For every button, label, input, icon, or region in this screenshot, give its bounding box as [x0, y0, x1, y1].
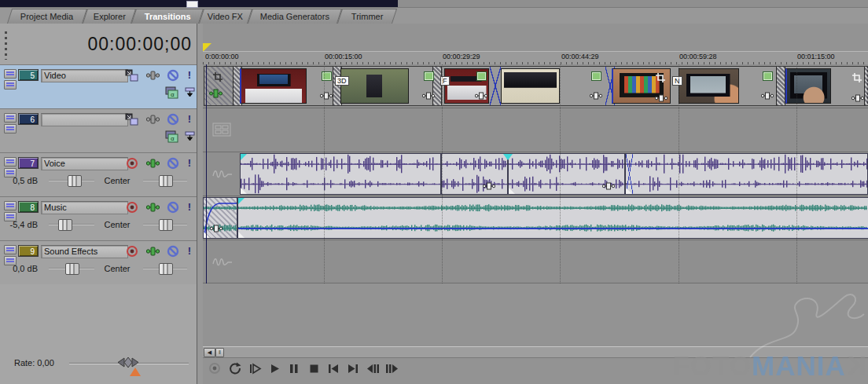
fade-handle[interactable] [238, 198, 245, 204]
track-fx-icon[interactable] [146, 69, 160, 82]
event-fx-icon[interactable] [590, 92, 602, 100]
track-fx-icon[interactable] [146, 113, 160, 126]
minimize-track-button[interactable] [4, 157, 17, 166]
solo-icon[interactable]: ! [186, 69, 193, 82]
pan-crop-icon[interactable] [322, 71, 332, 81]
solo-icon[interactable]: ! [186, 157, 193, 170]
pan-crop-icon[interactable] [476, 71, 487, 81]
event-fx-icon[interactable] [602, 179, 615, 193]
track-name-field[interactable]: Sound Effects [41, 245, 128, 258]
track-header-video-6[interactable]: 6 ! α [0, 108, 197, 152]
event-fx-icon[interactable] [422, 92, 435, 100]
mute-icon[interactable] [167, 201, 181, 214]
volume-slider[interactable] [49, 268, 94, 269]
tab-media-generators[interactable]: Media Generators [248, 9, 342, 24]
fade-handle[interactable] [241, 154, 247, 160]
crop-icon[interactable] [655, 72, 666, 82]
audio-event-voice-2[interactable] [441, 153, 508, 195]
video-event-thumbnail-hand-on-tablet[interactable] [785, 68, 831, 104]
fade-handle[interactable] [503, 154, 513, 160]
crop-icon[interactable] [212, 71, 223, 86]
video-event-thumbnail-tablet-on-box[interactable] [240, 68, 307, 104]
solo-icon[interactable]: ! [186, 113, 193, 126]
tab-video-fx[interactable]: Video FX [199, 9, 252, 24]
volume-slider-handle[interactable] [68, 175, 82, 187]
record-arm-icon[interactable] [126, 201, 140, 214]
pan-crop-icon[interactable] [591, 71, 601, 81]
mute-icon[interactable] [167, 69, 181, 82]
track-header-audio-9[interactable]: 9 Sound Effects ! 0,0 dB Center [0, 240, 197, 284]
solo-icon[interactable]: ! [186, 245, 193, 258]
event-edge-hatch[interactable] [864, 67, 868, 105]
timeline-row-video-5[interactable]: 3D F [203, 64, 868, 108]
track-header-audio-7[interactable]: 7 Voice ! 0,5 dB Center [0, 152, 197, 196]
crop-icon[interactable] [851, 72, 862, 82]
play-button[interactable] [267, 361, 281, 375]
pan-slider-handle[interactable] [159, 263, 173, 275]
timeline-row-audio-voice[interactable] [203, 152, 868, 196]
timeline-row-video-6[interactable] [203, 108, 868, 152]
record-button[interactable] [208, 361, 222, 375]
track-motion-icon[interactable] [125, 69, 139, 82]
track-motion-icon[interactable] [125, 113, 139, 126]
track-header-audio-8[interactable]: 8 Music ! -5,4 dB Center [0, 196, 197, 240]
tab-trimmer[interactable]: Trimmer [337, 9, 397, 24]
edit-cursor-line[interactable] [206, 64, 207, 283]
track-header-video-5[interactable]: 5 Video ! α [0, 64, 197, 108]
stop-button[interactable] [307, 361, 321, 375]
minimize-track-button[interactable] [4, 201, 17, 210]
crossfade-marker[interactable] [490, 67, 501, 105]
tab-project-media[interactable]: Project Media [7, 9, 87, 24]
event-edge-hatch[interactable] [776, 67, 785, 105]
minimize-track-button[interactable] [4, 113, 17, 123]
solo-icon[interactable]: ! [186, 201, 193, 214]
volume-slider[interactable] [49, 224, 94, 225]
track-name-field[interactable]: Video [41, 69, 128, 82]
volume-slider-handle[interactable] [65, 263, 79, 275]
track-name-field[interactable]: Music [41, 201, 128, 214]
volume-envelope-line[interactable] [238, 228, 868, 229]
tab-transitions[interactable]: Transitions [131, 9, 204, 24]
track-name-field[interactable]: Voice [41, 157, 128, 170]
pause-button[interactable] [287, 361, 301, 375]
minimize-track-button[interactable] [4, 245, 17, 254]
pan-slider[interactable] [143, 268, 187, 269]
track-fx-icon[interactable] [146, 201, 160, 214]
audio-event-music-main[interactable] [237, 197, 868, 239]
video-event-title-clip[interactable] [204, 67, 234, 105]
next-frame-button[interactable] [385, 361, 399, 375]
compositing-mode-icon[interactable]: α [165, 130, 179, 143]
event-fx-icon[interactable] [483, 179, 495, 193]
timecode-display[interactable]: 00:00:00;00 [87, 34, 192, 55]
pan-crop-icon[interactable] [424, 71, 434, 81]
video-event-thumbnail-standing-phone[interactable] [340, 68, 409, 104]
pan-slider[interactable] [143, 224, 187, 225]
timeline-row-audio-sound-effects[interactable] [203, 240, 868, 283]
event-fx-icon[interactable] [851, 94, 864, 102]
minimize-track-button[interactable] [4, 69, 17, 79]
pan-slider-handle[interactable] [159, 219, 173, 231]
track-fx-icon[interactable] [146, 157, 160, 170]
mute-icon[interactable] [167, 157, 181, 170]
record-arm-icon[interactable] [126, 157, 140, 170]
audio-event-voice-4[interactable] [625, 153, 868, 195]
volume-slider-handle[interactable] [58, 219, 72, 231]
event-fx-icon[interactable] [209, 87, 223, 101]
event-fx-icon[interactable] [320, 92, 333, 100]
play-from-start-button[interactable] [248, 361, 262, 375]
timeline-row-audio-music[interactable] [203, 196, 868, 240]
record-arm-icon[interactable] [126, 245, 140, 258]
event-fx-icon[interactable] [655, 94, 668, 102]
tab-explorer[interactable]: Explorer [83, 9, 136, 24]
go-to-start-button[interactable] [326, 361, 340, 375]
go-to-end-button[interactable] [346, 361, 360, 375]
event-fx-icon[interactable] [761, 92, 774, 100]
pan-slider[interactable] [143, 180, 187, 181]
video-event-thumbnail-laptop-on-lace[interactable] [501, 68, 560, 104]
pan-slider-handle[interactable] [159, 175, 173, 187]
track-fx-icon[interactable] [146, 245, 160, 258]
restore-track-button[interactable] [4, 80, 17, 90]
audio-event-music-intro[interactable] [203, 197, 237, 239]
restore-track-button[interactable] [4, 124, 17, 133]
crossfade-marker[interactable] [626, 154, 633, 194]
